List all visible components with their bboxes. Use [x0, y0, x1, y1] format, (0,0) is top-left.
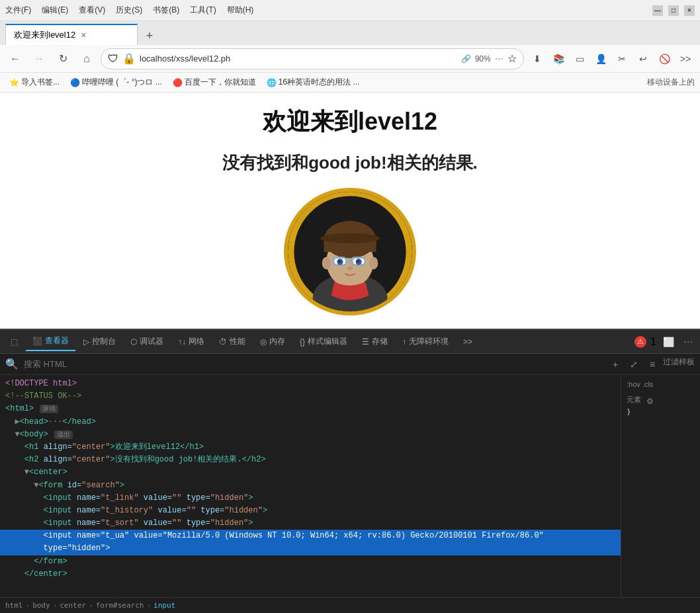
- lock-icon: 🔒: [122, 52, 136, 65]
- breadcrumb-sep-2: ›: [53, 601, 58, 610]
- html-line-h2[interactable]: <h2 align="center">没有找到和good job!相关的结果.<…: [0, 454, 621, 466]
- hover-cls-label[interactable]: :hov .cls: [627, 380, 653, 388]
- error-count-badge[interactable]: ⚠: [634, 336, 646, 348]
- devtools-tab-accessibility[interactable]: ↑ 无障碍环境: [396, 333, 455, 351]
- forward-button[interactable]: →: [29, 49, 49, 69]
- html-line-input-tua[interactable]: <input name="t_ua" value="Mozilla/5.0 (W…: [0, 530, 621, 555]
- breadcrumb-body[interactable]: body: [32, 601, 50, 610]
- profile-button[interactable]: 👤: [591, 50, 610, 68]
- bookmark-bilibili[interactable]: 🔵 哔哩哔哩 (゜- °)つロ ...: [66, 75, 166, 89]
- devtools-tab-network[interactable]: ↑↓ 网络: [171, 333, 211, 351]
- html-search-input[interactable]: [24, 359, 602, 369]
- new-tab-button[interactable]: +: [140, 26, 159, 45]
- inspector-label: 查看器: [45, 335, 69, 347]
- console-icon: ▷: [83, 337, 89, 347]
- filter-styles-button[interactable]: ≡: [644, 356, 660, 372]
- bookmark-star-icon[interactable]: ☆: [507, 52, 517, 65]
- menu-bookmarks[interactable]: 书签(B): [153, 5, 179, 16]
- body-toggle[interactable]: ▼: [15, 430, 19, 439]
- h2-close: >没有找到和good job!相关的结果.</h2>: [110, 455, 265, 464]
- html-line-h1[interactable]: <h1 align="center">欢迎来到level12</h1>: [0, 441, 621, 454]
- devtools-close-button[interactable]: ⋯: [680, 334, 696, 350]
- h1-open: <h1: [24, 442, 44, 452]
- browser-frame: 文件(F) 编辑(E) 查看(V) 历史(S) 书签(B) 工具(T) 帮助(H…: [0, 0, 700, 613]
- reload-button[interactable]: ↻: [53, 49, 73, 69]
- devtools-tab-performance[interactable]: ⏱ 性能: [212, 333, 252, 351]
- tab-close-button[interactable]: ×: [81, 30, 86, 40]
- devtools-tab-more[interactable]: >>: [457, 333, 479, 351]
- devtools-tab-memory[interactable]: ◎ 内存: [253, 333, 292, 351]
- menu-file[interactable]: 文件(F): [5, 5, 31, 16]
- bookmark-import[interactable]: ⭐ 导入书签...: [5, 75, 64, 89]
- tab-label: 欢迎来到level12: [14, 29, 75, 41]
- library-button[interactable]: 📚: [549, 50, 568, 68]
- page-result-text: 没有找到和good job!相关的结果.: [222, 151, 478, 175]
- bookmark-english[interactable]: 🌐 16种英语时态的用法 ...: [263, 75, 364, 89]
- active-tab[interactable]: 欢迎来到level12 ×: [5, 24, 138, 45]
- element-row: 元素 ⚙: [627, 395, 695, 407]
- devtools-tab-console[interactable]: ▷ 控制台: [77, 333, 122, 351]
- avatar-image: [288, 189, 412, 315]
- styles-panel: :hov .cls 元素 ⚙ }: [621, 375, 700, 597]
- menu-edit[interactable]: 编辑(E): [42, 5, 68, 16]
- style-editor-icon: {}: [300, 337, 305, 347]
- html-line-form-close[interactable]: </form>: [0, 555, 621, 568]
- error-icon: ⚠: [637, 337, 644, 346]
- screenshot-button[interactable]: ✂: [613, 50, 631, 68]
- devtools-tab-debugger[interactable]: ⬡ 调试器: [124, 333, 170, 351]
- head-toggle[interactable]: ▶: [15, 417, 19, 427]
- pick-element-button[interactable]: ⤢: [626, 356, 642, 372]
- download-button[interactable]: ⬇: [528, 50, 547, 68]
- breadcrumb-center[interactable]: center: [60, 601, 86, 610]
- devtools-tab-storage[interactable]: ☰ 存储: [355, 333, 394, 351]
- bookmark-baidu[interactable]: 🔴 百度一下，你就知道: [169, 75, 260, 89]
- html-line-input-thistory[interactable]: <input name="t_history" value="" type="h…: [0, 505, 621, 517]
- address-bar[interactable]: 🛡 🔒 localhost/xss/level12.ph 🔗 90% ··· ☆: [101, 48, 524, 69]
- home-button[interactable]: ⌂: [77, 49, 97, 69]
- menu-view[interactable]: 查看(V): [79, 5, 105, 16]
- element-settings-icon[interactable]: ⚙: [646, 397, 654, 406]
- html-line-center[interactable]: ▼<center>: [0, 466, 621, 479]
- h1-align-attr: align=: [44, 442, 72, 452]
- html-line-doctype[interactable]: <!DOCTYPE html>: [0, 378, 621, 390]
- breadcrumb-sep-4: ›: [146, 601, 151, 610]
- zoom-level[interactable]: 90%: [475, 54, 491, 63]
- body-tag: <body>: [20, 430, 48, 439]
- html-line-input-tsort[interactable]: <input name="t_sort" value="" type="hidd…: [0, 517, 621, 530]
- devtools-responsive-button[interactable]: ⬜: [660, 334, 676, 350]
- storage-label: 存储: [372, 336, 388, 347]
- menu-history[interactable]: 历史(S): [116, 5, 142, 16]
- html-line-head[interactable]: ▶<head>···</head>: [0, 416, 621, 429]
- html-line-center-close[interactable]: </center>: [0, 568, 621, 581]
- undo-button[interactable]: ↩: [634, 50, 652, 68]
- devtools-tab-inspect[interactable]: ⬚: [4, 333, 24, 351]
- url-text: localhost/xss/level12.ph: [140, 54, 457, 63]
- html-line-body[interactable]: ▼<body> 溢出: [0, 429, 621, 441]
- mobile-devices-label: 移动设备上的: [647, 77, 695, 88]
- breadcrumb-input[interactable]: input: [153, 601, 175, 610]
- sidebar-button[interactable]: ▭: [570, 50, 589, 68]
- breadcrumb-form[interactable]: form#search: [96, 601, 144, 610]
- html-line-input-tlink[interactable]: <input name="t_link" value="" type="hidd…: [0, 492, 621, 505]
- breadcrumb-html[interactable]: html: [5, 601, 23, 610]
- back-button[interactable]: ←: [5, 49, 25, 69]
- block-button[interactable]: 🚫: [655, 50, 674, 68]
- inspect-icon: ⬚: [11, 337, 18, 347]
- center-toggle[interactable]: ▼: [24, 468, 29, 477]
- more-button[interactable]: ···: [495, 53, 503, 65]
- overflow-badge: 溢出: [54, 430, 73, 439]
- add-node-button[interactable]: +: [607, 356, 623, 372]
- close-button[interactable]: ×: [684, 5, 695, 16]
- minimize-button[interactable]: —: [652, 5, 663, 16]
- html-line-comment[interactable]: <!--STATUS OK-->: [0, 390, 621, 403]
- maximize-button[interactable]: □: [668, 5, 679, 16]
- menu-tools[interactable]: 工具(T): [190, 5, 216, 16]
- html-line-html[interactable]: <html> 滚动: [0, 403, 621, 415]
- overflow-button[interactable]: >>: [676, 50, 695, 68]
- html-line-form[interactable]: ▼<form id="search">: [0, 479, 621, 492]
- english-icon: 🌐: [267, 78, 277, 87]
- window-menu: 文件(F) 编辑(E) 查看(V) 历史(S) 书签(B) 工具(T) 帮助(H…: [5, 5, 253, 16]
- devtools-tab-inspector[interactable]: ⬛ 查看器: [26, 333, 75, 351]
- devtools-tab-style-editor[interactable]: {} 样式编辑器: [293, 333, 354, 351]
- menu-help[interactable]: 帮助(H): [227, 5, 254, 16]
